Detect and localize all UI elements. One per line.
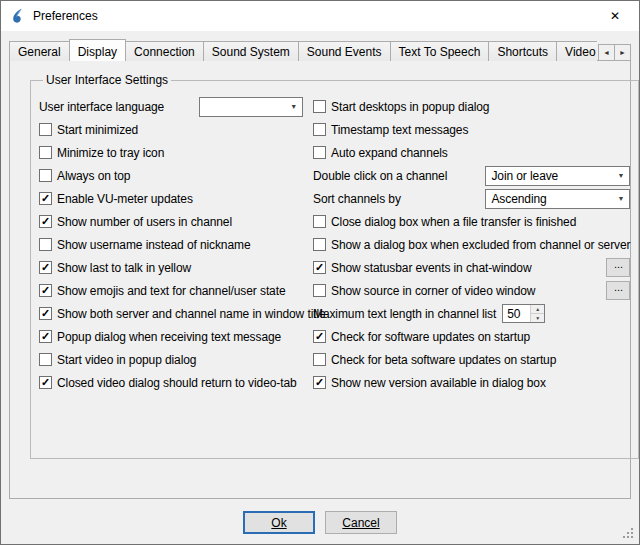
checkbox-show-statusbar-events-in-chat-window[interactable]: ✓Show statusbar events in chat-window — [313, 261, 532, 275]
checkbox-show-last-to-talk-in-yellow[interactable]: ✓Show last to talk in yellow — [39, 261, 191, 275]
checkbox-label: Enable VU-meter updates — [57, 192, 193, 206]
resize-grip[interactable] — [623, 528, 635, 540]
settings-row: ✓Show new version available in dialog bo… — [313, 371, 630, 394]
tab-sound-system[interactable]: Sound System — [203, 41, 299, 61]
display-tab-panel: User Interface Settings User interface l… — [9, 60, 631, 499]
tab-bar: GeneralDisplayConnectionSound SystemSoun… — [9, 39, 631, 61]
arrow-left-icon: ◄ — [603, 49, 610, 56]
tab-scroll-right-button[interactable]: ► — [614, 44, 631, 61]
checkbox-unchecked-box — [313, 146, 326, 159]
close-icon: ✕ — [610, 9, 620, 23]
settings-row: Start desktops in popup dialog — [313, 95, 630, 118]
checkbox-show-both-server-and-channel-name-in-window-title[interactable]: ✓Show both server and channel name in wi… — [39, 307, 326, 321]
spinner-down-button[interactable]: ▼ — [531, 314, 544, 322]
user-interface-settings-group: User Interface Settings User interface l… — [30, 73, 639, 459]
checkbox-unchecked-box — [313, 215, 326, 228]
checkbox-label: Show username instead of nickname — [57, 238, 250, 252]
tab-shortcuts[interactable]: Shortcuts — [488, 41, 557, 61]
checkbox-label: Close dialog box when a file transfer is… — [331, 215, 576, 229]
chevron-down-icon: ▼ — [618, 195, 625, 202]
checkbox-show-emojis-and-text-for-channel-user-state[interactable]: ✓Show emojis and text for channel/user s… — [39, 284, 286, 298]
settings-row: Close dialog box when a file transfer is… — [313, 210, 630, 233]
checkbox-start-desktops-in-popup-dialog[interactable]: Start desktops in popup dialog — [313, 100, 489, 114]
checkbox-enable-vu-meter-updates[interactable]: ✓Enable VU-meter updates — [39, 192, 193, 206]
spinner-up-button[interactable]: ▲ — [531, 305, 544, 314]
field-label-double-click-on-a-channel: Double click on a channel — [313, 169, 447, 183]
settings-row: ✓Show last to talk in yellow — [39, 256, 303, 279]
checkbox-label: Show a dialog box when excluded from cha… — [331, 238, 630, 252]
settings-row: Timestamp text messages — [313, 118, 630, 141]
user-interface-language-select[interactable]: ▼ — [199, 97, 303, 117]
sort-channels-select[interactable]: Ascending▼ — [485, 189, 630, 209]
checkbox-unchecked-box — [313, 100, 326, 113]
checkbox-unchecked-box — [39, 169, 52, 182]
settings-row: ✓Popup dialog when receiving text messag… — [39, 325, 303, 348]
checkbox-start-minimized[interactable]: Start minimized — [39, 123, 138, 137]
checkbox-popup-dialog-when-receiving-text-message[interactable]: ✓Popup dialog when receiving text messag… — [39, 330, 281, 344]
checkbox-label: Check for software updates on startup — [331, 330, 530, 344]
tab-strip: GeneralDisplayConnectionSound SystemSoun… — [9, 39, 597, 61]
close-button[interactable]: ✕ — [599, 1, 631, 31]
settings-row: ✓Enable VU-meter updates — [39, 187, 303, 210]
tab-scroll-left-button[interactable]: ◄ — [598, 44, 615, 61]
settings-column-left: User interface language▼Start minimizedM… — [39, 95, 303, 394]
checkbox-always-on-top[interactable]: Always on top — [39, 169, 130, 183]
settings-row: ✓Show both server and channel name in wi… — [39, 302, 303, 325]
group-title: User Interface Settings — [43, 73, 171, 87]
tab-general[interactable]: General — [9, 41, 70, 61]
settings-row: Show username instead of nickname — [39, 233, 303, 256]
tab-text-to-speech[interactable]: Text To Speech — [390, 41, 490, 61]
checkbox-closed-video-dialog-should-return-to-video-tab[interactable]: ✓Closed video dialog should return to vi… — [39, 376, 297, 390]
checkbox-label: Check for beta software updates on start… — [331, 353, 556, 367]
app-logo-icon — [9, 8, 25, 24]
checkbox-checked-icon: ✓ — [313, 376, 326, 389]
show-statusbar-events-in-chat-window-more-button[interactable]: ... — [606, 258, 630, 277]
tab-video-capture[interactable]: Video Capture — [556, 41, 597, 61]
show-source-in-corner-of-video-window-more-button[interactable]: ... — [606, 281, 630, 300]
checkbox-timestamp-text-messages[interactable]: Timestamp text messages — [313, 123, 468, 137]
checkbox-check-for-beta-software-updates-on-startup[interactable]: Check for beta software updates on start… — [313, 353, 556, 367]
checkbox-show-source-in-corner-of-video-window[interactable]: Show source in corner of video window — [313, 284, 535, 298]
ok-button-label: Ok — [271, 516, 286, 530]
cancel-button-label: Cancel — [342, 516, 379, 530]
field-label-sort-channels-by: Sort channels by — [313, 192, 401, 206]
checkbox-checked-icon: ✓ — [39, 330, 52, 343]
chevron-down-icon: ▼ — [290, 103, 297, 110]
settings-row: ✓Closed video dialog should return to vi… — [39, 371, 303, 394]
field-label-user-interface-language: User interface language — [39, 100, 164, 114]
checkbox-close-dialog-box-when-a-file-transfer-is-finished[interactable]: Close dialog box when a file transfer is… — [313, 215, 576, 229]
double-click-action-select[interactable]: Join or leave▼ — [485, 166, 630, 186]
checkbox-minimize-to-tray-icon[interactable]: Minimize to tray icon — [39, 146, 164, 160]
settings-row: ✓Show number of users in channel — [39, 210, 303, 233]
checkbox-start-video-in-popup-dialog[interactable]: Start video in popup dialog — [39, 353, 196, 367]
tab-connection[interactable]: Connection — [125, 41, 204, 61]
arrow-right-icon: ► — [619, 49, 626, 56]
ok-button[interactable]: Ok — [243, 511, 315, 534]
settings-row: ✓Show emojis and text for channel/user s… — [39, 279, 303, 302]
checkbox-show-username-instead-of-nickname[interactable]: Show username instead of nickname — [39, 238, 250, 252]
cancel-button[interactable]: Cancel — [325, 511, 397, 534]
max-text-length-spinner[interactable]: 50▲▼ — [502, 304, 545, 323]
checkbox-label: Show emojis and text for channel/user st… — [57, 284, 286, 298]
checkbox-checked-icon: ✓ — [39, 215, 52, 228]
checkbox-show-new-version-available-in-dialog-box[interactable]: ✓Show new version available in dialog bo… — [313, 376, 546, 390]
checkbox-show-a-dialog-box-when-excluded-from-channel-or-server[interactable]: Show a dialog box when excluded from cha… — [313, 238, 630, 252]
checkbox-checked-icon: ✓ — [39, 192, 52, 205]
window-title: Preferences — [33, 9, 98, 23]
checkbox-show-number-of-users-in-channel[interactable]: ✓Show number of users in channel — [39, 215, 232, 229]
settings-row: Check for beta software updates on start… — [313, 348, 630, 371]
settings-row: Show source in corner of video window... — [313, 279, 630, 302]
checkbox-auto-expand-channels[interactable]: Auto expand channels — [313, 146, 448, 160]
settings-row: Start video in popup dialog — [39, 348, 303, 371]
settings-row: Auto expand channels — [313, 141, 630, 164]
checkbox-label: Start video in popup dialog — [57, 353, 196, 367]
checkbox-unchecked-box — [39, 123, 52, 136]
checkbox-check-for-software-updates-on-startup[interactable]: ✓Check for software updates on startup — [313, 330, 530, 344]
tab-sound-events[interactable]: Sound Events — [298, 41, 391, 61]
checkbox-unchecked-box — [313, 238, 326, 251]
settings-row: Show a dialog box when excluded from cha… — [313, 233, 630, 256]
checkbox-unchecked-box — [39, 146, 52, 159]
tab-display[interactable]: Display — [69, 39, 126, 61]
settings-row: User interface language▼ — [39, 95, 303, 118]
checkbox-label: Timestamp text messages — [331, 123, 468, 137]
